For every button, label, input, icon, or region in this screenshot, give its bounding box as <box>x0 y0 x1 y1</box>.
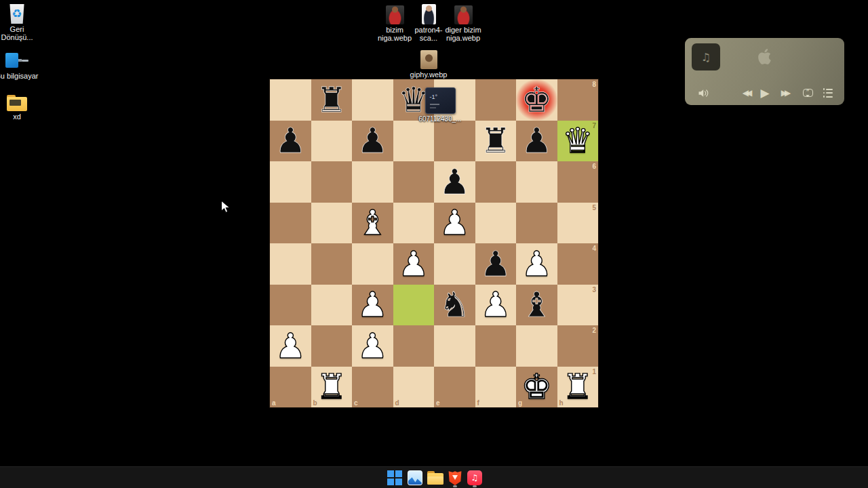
lyrics-button[interactable]: ” <box>800 87 815 99</box>
floating-file-icon[interactable]: -1° 607112430_... <box>410 87 471 123</box>
taskbar-photos-button[interactable] <box>407 470 423 486</box>
black-rook[interactable]: ♜ <box>475 121 517 162</box>
square-b1[interactable]: b♜ <box>311 367 353 408</box>
square-a2[interactable]: ♟ <box>270 325 311 367</box>
square-h7[interactable]: 7♛ <box>557 121 599 162</box>
black-pawn[interactable]: ♟ <box>270 121 311 162</box>
taskbar-file-explorer-button[interactable] <box>427 470 443 486</box>
white-pawn[interactable]: ♟ <box>352 325 393 367</box>
square-a7[interactable]: ♟ <box>270 121 311 162</box>
black-pawn[interactable]: ♟ <box>516 121 557 162</box>
rewind-button[interactable]: ◀◀ <box>738 87 753 99</box>
white-pawn[interactable]: ♟ <box>475 285 517 326</box>
square-g5[interactable] <box>516 203 557 244</box>
queue-button[interactable] <box>821 87 835 99</box>
square-a6[interactable] <box>270 161 311 203</box>
square-g3[interactable]: ♝ <box>516 285 557 326</box>
square-e1[interactable]: e <box>434 367 475 408</box>
square-h5[interactable]: 5 <box>557 203 599 244</box>
square-h3[interactable]: 3 <box>557 285 599 326</box>
desktop-icon-folder-xd[interactable]: xd <box>0 95 39 121</box>
square-a4[interactable] <box>270 243 311 285</box>
square-b5[interactable] <box>311 203 353 244</box>
square-b2[interactable] <box>311 325 353 367</box>
black-knight[interactable]: ♞ <box>434 285 475 326</box>
square-a5[interactable] <box>270 203 311 244</box>
taskbar-brave-button[interactable] <box>447 470 463 486</box>
square-f3[interactable]: ♟ <box>475 285 517 326</box>
square-b7[interactable] <box>311 121 353 162</box>
square-f8[interactable] <box>475 79 517 121</box>
square-h8[interactable]: 8 <box>557 79 599 121</box>
square-a3[interactable] <box>270 285 311 326</box>
square-d4[interactable]: ♟ <box>393 243 435 285</box>
square-c4[interactable] <box>352 243 393 285</box>
white-rook[interactable]: ♜ <box>557 367 599 408</box>
square-d3[interactable] <box>393 285 435 326</box>
black-pawn[interactable]: ♟ <box>434 161 475 203</box>
white-pawn[interactable]: ♟ <box>516 243 557 285</box>
square-d1[interactable]: d <box>393 367 435 408</box>
white-king[interactable]: ♚ <box>516 367 557 408</box>
square-b3[interactable] <box>311 285 353 326</box>
chess-board[interactable]: ♜♛♚8♟♟♜♟7♛♟6♝♟5♟♟♟4♟♞♟♝3♟♟2ab♜cdefg♚1h♜ <box>270 79 598 407</box>
white-pawn[interactable]: ♟ <box>270 325 311 367</box>
square-e7[interactable] <box>434 121 475 162</box>
square-e6[interactable]: ♟ <box>434 161 475 203</box>
square-d5[interactable] <box>393 203 435 244</box>
square-d2[interactable] <box>393 325 435 367</box>
square-d7[interactable] <box>393 121 435 162</box>
black-bishop[interactable]: ♝ <box>516 285 557 326</box>
square-b4[interactable] <box>311 243 353 285</box>
desktop-icon-recycle-bin[interactable]: ♻ Geri Dönüşü... <box>0 4 39 41</box>
square-c6[interactable] <box>352 161 393 203</box>
square-a8[interactable] <box>270 79 311 121</box>
square-c8[interactable] <box>352 79 393 121</box>
square-g2[interactable] <box>516 325 557 367</box>
white-pawn[interactable]: ♟ <box>393 243 435 285</box>
square-h6[interactable]: 6 <box>557 161 599 203</box>
square-c2[interactable]: ♟ <box>352 325 393 367</box>
square-f2[interactable] <box>475 325 517 367</box>
black-rook[interactable]: ♜ <box>311 79 353 121</box>
white-queen[interactable]: ♛ <box>557 121 599 162</box>
square-g4[interactable]: ♟ <box>516 243 557 285</box>
square-a1[interactable]: a <box>270 367 311 408</box>
square-e4[interactable] <box>434 243 475 285</box>
play-button[interactable]: ▶ <box>758 87 772 99</box>
square-f1[interactable]: f <box>475 367 517 408</box>
desktop-icon-this-pc[interactable]: Bu bilgisayar <box>0 50 39 81</box>
black-king[interactable]: ♚ <box>516 79 557 121</box>
square-f6[interactable] <box>475 161 517 203</box>
square-c7[interactable]: ♟ <box>352 121 393 162</box>
white-rook[interactable]: ♜ <box>311 367 353 408</box>
square-g1[interactable]: g♚ <box>516 367 557 408</box>
square-g7[interactable]: ♟ <box>516 121 557 162</box>
start-button[interactable] <box>387 470 403 486</box>
square-h1[interactable]: 1h♜ <box>557 367 599 408</box>
square-e5[interactable]: ♟ <box>434 203 475 244</box>
white-pawn[interactable]: ♟ <box>352 285 393 326</box>
square-f5[interactable] <box>475 203 517 244</box>
square-f4[interactable]: ♟ <box>475 243 517 285</box>
square-g6[interactable] <box>516 161 557 203</box>
white-bishop[interactable]: ♝ <box>352 203 393 244</box>
volume-button[interactable] <box>696 87 711 99</box>
square-d6[interactable] <box>393 161 435 203</box>
square-e3[interactable]: ♞ <box>434 285 475 326</box>
fast-forward-button[interactable]: ▶▶ <box>777 87 792 99</box>
square-h2[interactable]: 2 <box>557 325 599 367</box>
square-f7[interactable]: ♜ <box>475 121 517 162</box>
square-h4[interactable]: 4 <box>557 243 599 285</box>
square-b6[interactable] <box>311 161 353 203</box>
black-pawn[interactable]: ♟ <box>352 121 393 162</box>
square-c1[interactable]: c <box>352 367 393 408</box>
square-c3[interactable]: ♟ <box>352 285 393 326</box>
white-pawn[interactable]: ♟ <box>434 203 475 244</box>
desktop-icon-giphy[interactable]: giphy.webp <box>407 50 450 79</box>
square-g8[interactable]: ♚ <box>516 79 557 121</box>
black-pawn[interactable]: ♟ <box>475 243 517 285</box>
square-b8[interactable]: ♜ <box>311 79 353 121</box>
desktop-icon-diger-bizim[interactable]: diger bizim niga.webp <box>441 5 485 42</box>
taskbar-apple-music-button[interactable]: ♫ <box>467 470 483 486</box>
